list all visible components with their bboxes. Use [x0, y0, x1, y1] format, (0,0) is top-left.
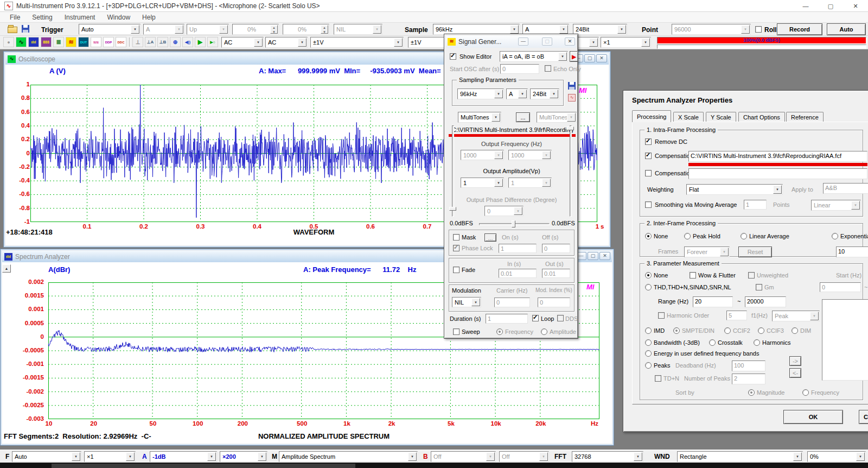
sweep-frequency-radio[interactable]	[496, 328, 503, 335]
dropdown-arrow-icon[interactable]: ▼	[494, 151, 503, 159]
dropdown-arrow-icon[interactable]: ▼	[394, 38, 403, 47]
modulation-select[interactable]: NIL▼	[452, 297, 481, 307]
dropdown-arrow-icon[interactable]: ▼	[254, 38, 263, 47]
tab-x-scale[interactable]: X Scale	[673, 112, 704, 122]
dropdown-arrow-icon[interactable]: ▼	[518, 90, 527, 98]
sg-rate-select[interactable]: 96kHz▼	[457, 88, 504, 99]
duration-field[interactable]: 1	[486, 314, 528, 324]
dropdown-arrow-icon[interactable]: ▼	[494, 90, 503, 98]
dropdown-arrow-icon[interactable]: ▼	[559, 25, 568, 34]
trigger-delay-stepper[interactable]: 0%▲▼	[283, 24, 329, 35]
spectrum-3d-plot-icon[interactable]: ≋	[66, 37, 76, 47]
menu-setting[interactable]: Setting	[27, 12, 58, 22]
run-icon[interactable]: ▶	[195, 37, 206, 47]
exp-frames-field[interactable]: 10	[836, 246, 868, 257]
move-right-button[interactable]: ->	[789, 356, 801, 366]
energy-radio[interactable]	[645, 350, 652, 357]
mod-index-field[interactable]: 0	[538, 298, 570, 307]
b-zoom-select[interactable]: Off▼	[499, 451, 549, 462]
sg-channel-select[interactable]: A▼	[506, 88, 528, 99]
roll-checkbox[interactable]	[755, 26, 762, 33]
window-type-select[interactable]: Rectangle▼	[677, 451, 803, 462]
sg-save-icon[interactable]	[568, 82, 576, 90]
start-hz-field[interactable]: 0	[820, 282, 861, 292]
ccif3-radio[interactable]	[758, 327, 764, 334]
tdn-checkbox[interactable]	[655, 375, 661, 382]
run-loop-icon[interactable]: ▶○	[207, 37, 218, 47]
dropdown-arrow-icon[interactable]: ▼	[641, 38, 650, 47]
linear-average-radio[interactable]	[741, 233, 747, 239]
fade-checkbox[interactable]	[453, 267, 459, 273]
dropdown-arrow-icon[interactable]: ▼	[550, 90, 558, 98]
reset-button[interactable]: Reset	[738, 246, 772, 257]
oscilloscope-icon[interactable]: ∿	[16, 37, 27, 47]
tab-chart-options[interactable]: Chart Options	[738, 112, 785, 122]
echo-only-checkbox[interactable]	[545, 65, 551, 72]
weighting-select[interactable]: Flat▼	[686, 184, 783, 195]
waveform-b-select[interactable]: MultiTones▼	[537, 112, 577, 123]
sweep-amplitude-radio[interactable]	[541, 328, 547, 335]
dropdown-arrow-icon[interactable]: ▼	[72, 452, 80, 461]
dropdown-arrow-icon[interactable]: ▼	[856, 452, 865, 461]
dropdown-arrow-icon[interactable]: ▼	[131, 25, 139, 34]
dropdown-arrow-icon[interactable]: ▼	[373, 25, 381, 34]
peaks-radio[interactable]	[645, 362, 652, 369]
data-logger-icon[interactable]: ≈≈	[91, 37, 101, 47]
compensation2-checkbox[interactable]	[645, 170, 652, 176]
calibration-icon[interactable]: ⊕	[170, 37, 181, 47]
ddc-icon[interactable]: DDC	[116, 37, 126, 47]
remove-dc-checkbox[interactable]	[645, 138, 652, 145]
spinner-arrows-icon[interactable]: ▲▼	[270, 25, 278, 34]
frequency-a-select[interactable]: 1000▼	[461, 150, 504, 160]
wow-flutter-checkbox[interactable]	[690, 272, 696, 279]
b-offset-select[interactable]: Off▼	[431, 451, 496, 462]
amplitude-b-select[interactable]: 1▼	[508, 178, 552, 188]
compensation2-path-field[interactable]	[688, 168, 867, 179]
osc-restore-icon[interactable]: ▢	[584, 54, 595, 62]
apply-to-field[interactable]: A&B	[823, 183, 868, 194]
dropdown-arrow-icon[interactable]: ▼	[720, 248, 729, 256]
mask-checkbox[interactable]	[453, 234, 459, 241]
compensation1-checkbox[interactable]	[645, 153, 652, 159]
coupling-a-select[interactable]: AC▼	[221, 37, 264, 48]
minimize-button[interactable]: —	[793, 0, 818, 12]
thd-radio[interactable]	[645, 284, 652, 290]
dropdown-arrow-icon[interactable]: ▼	[542, 179, 551, 187]
dropdown-arrow-icon[interactable]: ▼	[589, 38, 598, 47]
record-length-select[interactable]: 96000▼	[672, 24, 751, 35]
trigger-hpf-select[interactable]: NIL▼	[334, 24, 382, 35]
sort-magnitude-radio[interactable]	[748, 389, 755, 396]
dropdown-arrow-icon[interactable]: ▼	[634, 452, 642, 461]
range-to-field[interactable]: 20000	[745, 296, 786, 307]
menu-instrument[interactable]: Instrument	[59, 12, 101, 22]
dropdown-arrow-icon[interactable]: ▼	[219, 25, 228, 34]
smoothing-mode-select[interactable]: Linear▼	[811, 200, 861, 211]
mask-browse-button[interactable]: ...	[484, 233, 496, 242]
dropdown-arrow-icon[interactable]: ▼	[617, 25, 626, 34]
coupling-b-select[interactable]: AC▼	[265, 37, 308, 48]
probe-icon[interactable]: ⊥	[132, 37, 143, 47]
tab-processing[interactable]: Processing	[632, 110, 671, 122]
dropdown-arrow-icon[interactable]: ▼	[741, 25, 750, 34]
menu-file[interactable]: File	[4, 12, 25, 22]
sampling-rate-select[interactable]: 96kHz▼	[433, 24, 520, 35]
sweep-checkbox[interactable]	[453, 328, 459, 335]
dropdown-arrow-icon[interactable]: ▼	[567, 113, 576, 122]
smoothing-points-field[interactable]: 1	[744, 200, 767, 210]
dut-icon[interactable]: DUT	[78, 37, 89, 47]
pm-none-radio[interactable]	[645, 272, 652, 279]
siggen-minimize-icon[interactable]: —	[518, 37, 528, 46]
ddp-viewer-icon[interactable]: DDP	[103, 37, 114, 47]
scroll-up-icon[interactable]: ▲	[2, 264, 11, 273]
routing-select[interactable]: iA = oA, iB = oB▼	[500, 51, 568, 62]
overlap-select[interactable]: 0%▼	[807, 451, 866, 462]
waveform-browse-button[interactable]: ...	[516, 112, 530, 122]
osc-close-icon[interactable]: ✕	[596, 54, 607, 62]
balance-slider-thumb[interactable]	[512, 220, 515, 227]
dropdown-arrow-icon[interactable]: ▼	[492, 113, 500, 122]
tab-reference[interactable]: Reference	[786, 112, 824, 122]
siggen-close-icon[interactable]: ✕	[565, 37, 575, 46]
gm-checkbox[interactable]	[756, 284, 762, 290]
dropdown-arrow-icon[interactable]: ▼	[494, 179, 503, 187]
trigger-source-select[interactable]: A▼	[143, 24, 184, 35]
